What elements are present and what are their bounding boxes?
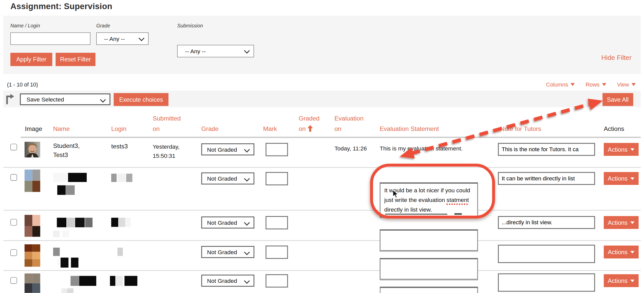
avatar-pixel (25, 252, 32, 259)
column-header-image: Image (25, 123, 42, 134)
grade-select[interactable]: Not Graded (201, 173, 254, 184)
avatar-photo (25, 142, 40, 158)
avatar-pixel (25, 273, 32, 283)
apply-filter-button[interactable]: Apply Filter (10, 53, 52, 66)
mark-input[interactable] (266, 216, 288, 229)
table-row: Not Graded Actions (0, 270, 644, 293)
column-header-name[interactable]: Name (53, 123, 70, 134)
avatar-redacted (25, 244, 40, 267)
actions-button[interactable]: Actions (604, 246, 639, 258)
avatar-pixel (25, 226, 32, 237)
table-row: Not Graded Actions (0, 240, 644, 270)
caret-down-icon (630, 251, 634, 253)
hide-filter-link[interactable]: Hide Filter (601, 54, 631, 61)
view-menu[interactable]: View (617, 81, 636, 88)
submission-filter-value: -- Any -- (178, 48, 254, 54)
avatar-pixel (25, 244, 32, 252)
grade-filter-select[interactable]: -- Any -- (96, 32, 148, 45)
page: Assignment: Supervision Name / Login Gra… (0, 0, 644, 293)
table-header: Image Name Login Submitted on Grade Mark… (0, 110, 644, 137)
caret-down-icon (632, 83, 636, 86)
reset-filter-button[interactable]: Reset Filter (55, 53, 95, 66)
column-header-graded-on[interactable]: Graded on (299, 113, 319, 134)
sort-ascending-icon (307, 125, 313, 132)
pagination-info: (1 - 10 of 10) (7, 81, 38, 88)
actions-label: Actions (608, 277, 628, 284)
avatar-pixel (32, 244, 40, 252)
evaluation-statement-content (381, 288, 477, 292)
avatar-pixel (25, 259, 32, 267)
column-header-evaluation-statement[interactable]: Evaluation Statement (380, 123, 439, 134)
grade-select[interactable]: Not Graded (201, 216, 254, 228)
actions-button[interactable]: Actions (604, 143, 639, 156)
execute-choices-button[interactable]: Execute choices (114, 93, 168, 106)
table-row: Not Graded It would be a lot nicer if yo… (0, 167, 644, 210)
actions-button[interactable]: Actions (604, 216, 639, 229)
row-checkbox[interactable] (10, 219, 17, 226)
submission-filter-select[interactable]: -- Any -- (177, 45, 254, 57)
avatar-pixel (32, 283, 40, 293)
evaluation-statement-content (381, 259, 477, 263)
viewport: Assignment: Supervision Name / Login Gra… (0, 0, 644, 293)
avatar-redacted (25, 169, 40, 192)
view-menu-label: View (617, 81, 629, 88)
grade-select[interactable]: Not Graded (201, 275, 254, 287)
mark-input[interactable] (266, 172, 288, 185)
actions-button[interactable]: Actions (604, 274, 639, 287)
avatar-pixel (32, 273, 40, 283)
avatar-pixel (32, 169, 40, 181)
submission-filter-label: Submission (177, 23, 203, 29)
list-view-controls: Columns Rows View (546, 81, 636, 88)
submitted-on: Yesterday, 15:50:31 (153, 142, 180, 160)
avatar-pixel (32, 259, 40, 267)
note-for-tutors-input[interactable] (498, 172, 595, 185)
header-divider (21, 137, 641, 138)
actions-label: Actions (608, 146, 628, 153)
column-header-mark[interactable]: Mark (263, 123, 277, 134)
grade-select[interactable]: Not Graded (201, 143, 254, 155)
bulk-action-value: Save Selected (21, 96, 110, 102)
rows-menu-label: Rows (585, 81, 599, 88)
evaluation-statement-textarea[interactable] (380, 287, 478, 293)
student-name: Student3, Test3 (53, 141, 80, 160)
evaluation-statement-content (381, 231, 477, 235)
turn-right-arrow-icon (5, 93, 14, 105)
avatar (25, 142, 40, 158)
note-for-tutors-input[interactable] (498, 273, 595, 292)
student-login: tests3 (111, 142, 128, 151)
column-header-grade[interactable]: Grade (201, 123, 218, 134)
rows-menu[interactable]: Rows (585, 81, 606, 88)
note-for-tutors-input[interactable] (498, 245, 595, 263)
mark-input[interactable] (266, 246, 288, 259)
name-login-input[interactable] (10, 32, 90, 45)
avatar-redacted (25, 273, 40, 293)
note-for-tutors-input[interactable] (498, 216, 595, 229)
save-all-button[interactable]: Save All (602, 93, 633, 106)
row-checkbox[interactable] (10, 277, 17, 284)
caret-down-icon (571, 83, 575, 86)
evaluation-statement-text: This is my evaluation statement. (380, 144, 463, 153)
note-for-tutors-input[interactable] (498, 143, 595, 156)
column-header-actions: Actions (604, 123, 624, 134)
column-header-login[interactable]: Login (111, 123, 126, 134)
column-header-submitted-on[interactable]: Submitted on (153, 113, 181, 134)
row-checkbox[interactable] (10, 249, 17, 256)
row-checkbox[interactable] (10, 144, 17, 150)
column-header-evaluation-on[interactable]: Evaluation on (334, 113, 364, 134)
avatar-pixel (32, 181, 40, 192)
column-header-note-for-tutors[interactable]: Note for Tutors (500, 123, 541, 134)
actions-button[interactable]: Actions (604, 172, 639, 185)
table-row: Not Graded Actions (0, 210, 644, 240)
caret-down-icon (630, 279, 634, 282)
mark-input[interactable] (266, 274, 288, 287)
actions-label: Actions (608, 219, 628, 226)
evaluation-on: Today, 11:26 (334, 144, 367, 153)
columns-menu[interactable]: Columns (546, 81, 575, 88)
grade-select[interactable]: Not Graded (201, 246, 254, 258)
caret-down-icon (630, 148, 634, 151)
avatar-pixel (25, 215, 32, 226)
row-checkbox[interactable] (10, 174, 17, 181)
bulk-action-select[interactable]: Save Selected (20, 94, 110, 105)
mark-input[interactable] (266, 143, 288, 156)
avatar-pixel (32, 252, 40, 259)
